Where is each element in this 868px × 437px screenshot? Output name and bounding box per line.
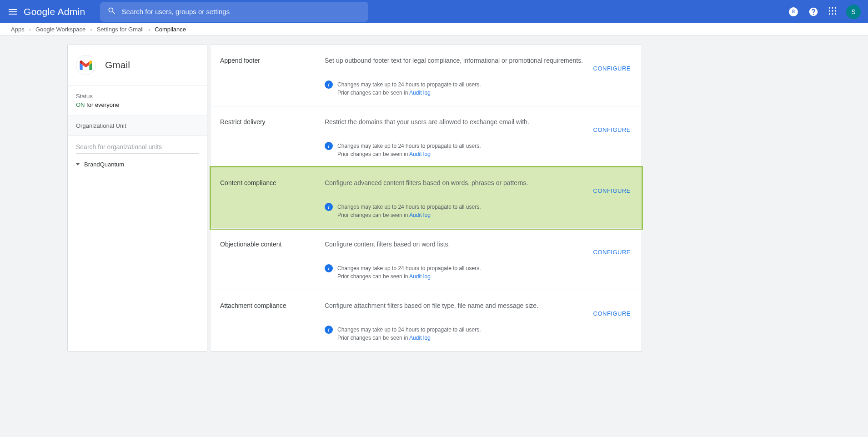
svg-point-5 — [835, 10, 836, 11]
sidebar-title: Gmail — [105, 60, 130, 70]
configure-button[interactable]: CONFIGURE — [593, 187, 631, 194]
audit-log-link[interactable]: Audit log — [409, 335, 431, 341]
search-icon — [107, 6, 116, 17]
section-title: Append footer — [220, 57, 325, 64]
configure-button[interactable]: CONFIGURE — [593, 310, 631, 317]
caret-down-icon — [76, 163, 80, 166]
svg-point-2 — [835, 7, 836, 9]
search-input[interactable] — [122, 8, 361, 15]
ou-item[interactable]: BrandQuantum — [68, 156, 207, 172]
section-description: Set up outbound footer text for legal co… — [325, 57, 632, 64]
section-title: Content compliance — [220, 179, 325, 186]
apps-icon[interactable] — [828, 6, 837, 17]
info-text: Changes may take up to 24 hours to propa… — [337, 264, 481, 281]
breadcrumb-gmail-settings[interactable]: Settings for Gmail — [97, 26, 144, 33]
info-icon: i — [325, 203, 333, 211]
info-text: Changes may take up to 24 hours to propa… — [337, 80, 481, 97]
chevron-right-icon: › — [90, 26, 92, 33]
section-description: Configure attachment filters based on fi… — [325, 302, 632, 309]
chevron-right-icon: › — [148, 26, 150, 33]
svg-point-7 — [832, 13, 833, 15]
sidebar: Gmail Status ON for everyone Organizatio… — [67, 45, 207, 352]
setting-section: Restrict delivery Restrict the domains t… — [211, 106, 642, 167]
menu-icon[interactable] — [7, 6, 18, 17]
status-label: Status — [76, 93, 199, 100]
help-icon[interactable] — [808, 6, 819, 17]
gmail-icon — [76, 55, 96, 75]
svg-point-8 — [835, 13, 836, 15]
audit-log-link[interactable]: Audit log — [409, 212, 431, 218]
section-title: Restrict delivery — [220, 118, 325, 126]
info-text: Changes may take up to 24 hours to propa… — [337, 326, 481, 342]
ou-header: Organizational Unit — [68, 116, 207, 136]
info-text: Changes may take up to 24 hours to propa… — [337, 203, 481, 219]
section-description: Configure content filters based on word … — [325, 241, 632, 248]
audit-log-link[interactable]: Audit log — [409, 273, 431, 280]
configure-button[interactable]: CONFIGURE — [593, 249, 631, 256]
chevron-right-icon: › — [29, 26, 31, 33]
svg-point-4 — [832, 10, 833, 11]
status-value: ON for everyone — [76, 101, 199, 108]
info-icon: i — [325, 264, 333, 272]
breadcrumb-current: Compliance — [155, 26, 186, 33]
setting-section: Objectionable content Configure content … — [211, 228, 642, 290]
section-title: Attachment compliance — [220, 302, 325, 309]
setting-section: Attachment compliance Configure attachme… — [211, 290, 642, 351]
setting-section: Append footer Set up outbound footer tex… — [211, 45, 642, 106]
info-icon: i — [325, 80, 333, 89]
breadcrumb: Apps › Google Workspace › Settings for G… — [0, 23, 868, 35]
ou-search-input[interactable] — [76, 141, 199, 154]
breadcrumb-apps[interactable]: Apps — [11, 26, 25, 33]
breadcrumb-workspace[interactable]: Google Workspace — [35, 26, 85, 33]
ou-item-label: BrandQuantum — [84, 161, 124, 168]
info-icon: i — [325, 326, 333, 334]
section-description: Restrict the domains that your users are… — [325, 118, 632, 126]
avatar[interactable]: S — [846, 5, 861, 19]
setting-section: Content compliance Configure advanced co… — [210, 166, 643, 230]
notification-badge[interactable]: 8 — [788, 6, 799, 17]
section-description: Configure advanced content filters based… — [325, 179, 632, 186]
info-icon: i — [325, 142, 333, 150]
settings-content: Append footer Set up outbound footer tex… — [211, 45, 642, 352]
svg-point-6 — [829, 13, 830, 15]
configure-button[interactable]: CONFIGURE — [593, 65, 631, 72]
search-box[interactable] — [100, 2, 368, 22]
logo[interactable]: Google Admin — [24, 6, 85, 17]
section-title: Objectionable content — [220, 241, 325, 248]
svg-point-1 — [832, 7, 833, 9]
audit-log-link[interactable]: Audit log — [409, 151, 431, 157]
configure-button[interactable]: CONFIGURE — [593, 126, 631, 133]
audit-log-link[interactable]: Audit log — [409, 90, 431, 96]
info-text: Changes may take up to 24 hours to propa… — [337, 142, 481, 158]
app-header: Google Admin 8 S — [0, 0, 868, 23]
svg-point-0 — [829, 7, 830, 9]
svg-point-3 — [829, 10, 830, 11]
